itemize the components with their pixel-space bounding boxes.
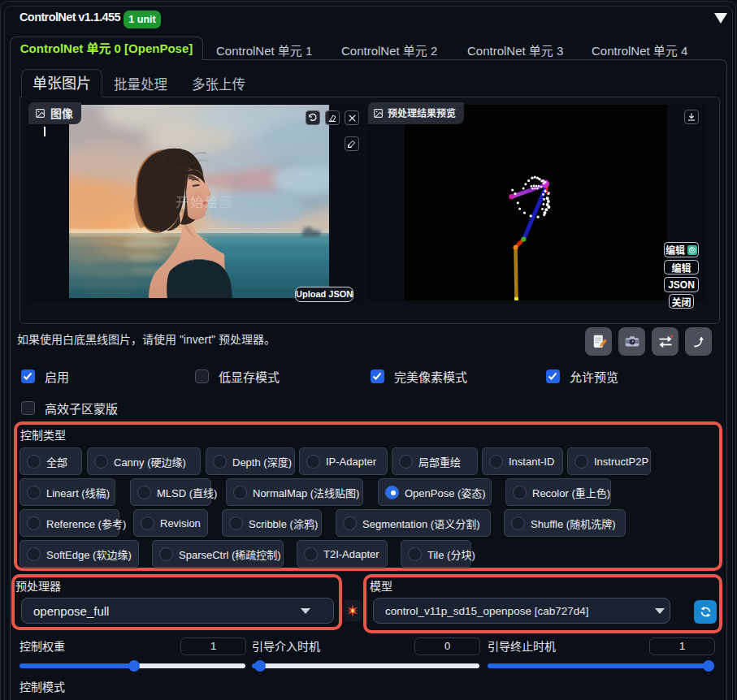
svg-text:开始绘画: 开始绘画 — [176, 192, 234, 211]
